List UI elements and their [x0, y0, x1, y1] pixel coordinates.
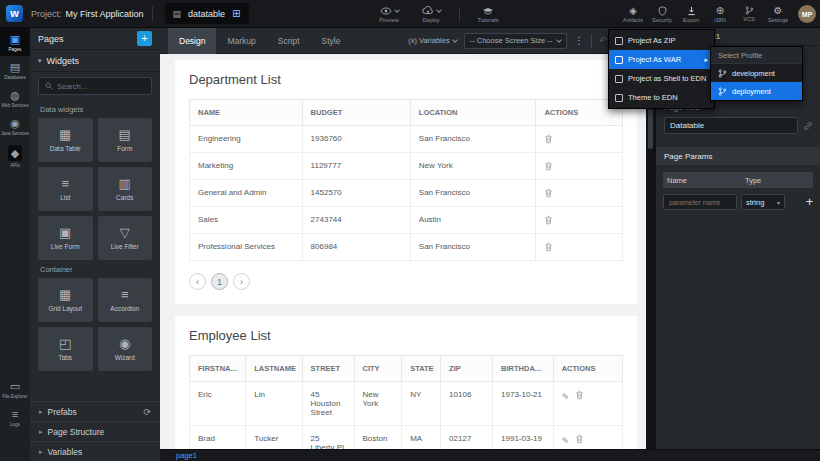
widgets-header-row[interactable]: ▾ Widgets: [30, 50, 160, 72]
more-options-icon[interactable]: ⋮: [574, 35, 584, 46]
app-logo-icon[interactable]: w: [6, 5, 23, 22]
col-lastname[interactable]: LASTNAME: [246, 356, 302, 382]
add-page-button[interactable]: +: [137, 31, 152, 46]
widget-tile-tabs[interactable]: ◰Tabs: [38, 327, 93, 371]
widget-tile-list[interactable]: ≡List: [38, 167, 93, 211]
topbar-right: ◈ Artifacts Security Export ⊕ i18N VCS ⚙: [619, 0, 816, 28]
col-name[interactable]: NAME: [190, 100, 303, 126]
variables-dropdown[interactable]: (x) Variables: [408, 36, 457, 45]
widget-tile-accordion[interactable]: ≡Accordion: [98, 278, 153, 322]
menu-item-project-as-shell-to-edn[interactable]: Project as Shell to EDN: [609, 69, 714, 88]
menu-item-theme-to-edn[interactable]: Theme to EDN: [609, 88, 714, 107]
param-type-select[interactable]: string ▾: [741, 194, 785, 210]
edit-row-button[interactable]: ✎: [562, 392, 570, 402]
delete-row-button[interactable]: [544, 188, 614, 198]
preview-button[interactable]: Preview: [370, 5, 408, 23]
widget-tile-form[interactable]: ▤Form: [98, 118, 153, 162]
col-street[interactable]: STREET: [302, 356, 354, 382]
design-canvas[interactable]: Department List NAME BUDGET LOCATION ACT…: [160, 54, 646, 449]
deploy-button[interactable]: Deploy: [412, 5, 450, 23]
widget-tile-cards[interactable]: ▥Cards: [98, 167, 153, 211]
next-page-button[interactable]: ›: [233, 273, 250, 290]
i18n-label: i18N: [714, 17, 725, 23]
col-budget[interactable]: BUDGET: [302, 100, 410, 126]
pages-header-row[interactable]: Pages +: [30, 28, 160, 50]
widget-search[interactable]: [38, 77, 152, 95]
delete-row-button[interactable]: [575, 393, 584, 402]
department-list-widget[interactable]: Department List NAME BUDGET LOCATION ACT…: [175, 60, 637, 304]
sidebar-item-web-services[interactable]: ◍ Web Services: [0, 84, 30, 112]
menu-item-development[interactable]: development: [711, 64, 802, 82]
widget-tile-data-table[interactable]: ▦Data Table: [38, 118, 93, 162]
export-button[interactable]: Export: [677, 6, 705, 23]
delete-row-button[interactable]: [544, 134, 614, 144]
dashboard-grid-icon[interactable]: ⊞: [232, 8, 240, 19]
add-param-button[interactable]: +: [806, 196, 813, 208]
tab-style[interactable]: Style: [311, 28, 352, 54]
col-location[interactable]: LOCATION: [410, 100, 536, 126]
section-prefabs[interactable]: ▸ Prefabs ⟳: [30, 401, 160, 421]
col-zip[interactable]: ZIP: [441, 356, 493, 382]
tab-design[interactable]: Design: [168, 28, 216, 54]
open-page-tab[interactable]: page1: [176, 451, 197, 460]
tab-markup[interactable]: Markup: [216, 28, 266, 54]
sidebar-item-databases[interactable]: ▤ Databases: [0, 56, 30, 84]
sidebar-item-apis[interactable]: ◆ APIs: [0, 140, 30, 172]
settings-button[interactable]: ⚙ Settings: [764, 6, 792, 23]
sidebar-item-file-explorer[interactable]: ▭ File Explorer: [0, 375, 30, 403]
java-services-icon: ◉: [10, 117, 20, 129]
tutorials-button[interactable]: Tutorials: [469, 5, 507, 23]
delete-row-button[interactable]: [544, 242, 614, 252]
sidebar-item-logs[interactable]: ≡ Logs: [0, 403, 30, 431]
user-avatar[interactable]: MP: [798, 5, 816, 23]
widget-tile-wizard[interactable]: ◉Wizard: [98, 327, 153, 371]
table-row[interactable]: Brad Tucker 25 Liberty Pl Boston MA 0212…: [190, 426, 623, 450]
table-row[interactable]: Sales 2743744 Austin: [190, 207, 623, 234]
param-name-header: Name: [667, 176, 745, 185]
canvas-scrollbar[interactable]: [646, 54, 655, 449]
col-city[interactable]: CITY: [354, 356, 402, 382]
eye-icon: [380, 7, 392, 15]
page-params-header[interactable]: Page Params: [656, 147, 820, 165]
section-page-structure[interactable]: ▸ Page Structure: [30, 421, 160, 441]
i18n-button[interactable]: ⊕ i18N: [706, 6, 734, 23]
search-input[interactable]: [57, 82, 145, 91]
security-button[interactable]: Security: [648, 6, 676, 23]
col-state[interactable]: STATE: [402, 356, 441, 382]
artifacts-button[interactable]: ◈ Artifacts: [619, 6, 647, 23]
widget-tile-live-form[interactable]: ▣Live Form: [38, 216, 93, 260]
page-number-button[interactable]: 1: [211, 273, 228, 290]
section-variables[interactable]: ▸ Variables: [30, 441, 160, 461]
prev-page-button[interactable]: ‹: [189, 273, 206, 290]
menu-item-project-as-war[interactable]: Project As WAR ▸: [609, 50, 714, 69]
delete-row-button[interactable]: [575, 437, 584, 446]
canvas-toolbar: Design Markup Script Style (x) Variables…: [160, 28, 655, 54]
vcs-button[interactable]: VCS: [735, 6, 763, 22]
table-row[interactable]: Eric Lin 45 Houston Street New York NY 1…: [190, 382, 623, 426]
screen-size-select[interactable]: -- Choose Screen Size --: [464, 33, 568, 49]
department-table: NAME BUDGET LOCATION ACTIONS Engineering…: [189, 99, 623, 261]
bind-link-icon[interactable]: [803, 121, 813, 131]
page-selector[interactable]: ▤ datatable ⊞: [165, 3, 249, 24]
tab-script[interactable]: Script: [267, 28, 311, 54]
page-title-input[interactable]: [664, 117, 798, 134]
widget-tile-grid-layout[interactable]: ▦Grid Layout: [38, 278, 93, 322]
table-row[interactable]: General and Admin 1452570 San Francisco: [190, 180, 623, 207]
delete-row-button[interactable]: [544, 215, 614, 225]
table-row[interactable]: Professional Services 806984 San Francis…: [190, 234, 623, 261]
param-name-input[interactable]: [663, 194, 737, 210]
table-row[interactable]: Engineering 1936760 San Francisco: [190, 126, 623, 153]
col-birthday[interactable]: BIRTHDA...: [493, 356, 554, 382]
employee-list-widget[interactable]: Employee List FIRSTNA... LASTNAME STREET…: [175, 316, 637, 449]
widget-tile-live-filter[interactable]: ▽Live Filter: [98, 216, 153, 260]
sidebar-item-java-services[interactable]: ◉ Java Services: [0, 112, 30, 140]
delete-row-button[interactable]: [544, 161, 614, 171]
refresh-icon[interactable]: ⟳: [143, 407, 151, 417]
edit-row-button[interactable]: ✎: [562, 436, 570, 446]
undo-icon[interactable]: ↶: [599, 35, 607, 46]
menu-item-project-as-zip[interactable]: Project As ZIP: [609, 31, 714, 50]
menu-item-deployment[interactable]: deployment: [711, 82, 802, 100]
col-firstname[interactable]: FIRSTNA...: [190, 356, 246, 382]
table-row[interactable]: Marketing 1129777 New York: [190, 153, 623, 180]
sidebar-item-pages[interactable]: ▣ Pages: [0, 28, 30, 56]
